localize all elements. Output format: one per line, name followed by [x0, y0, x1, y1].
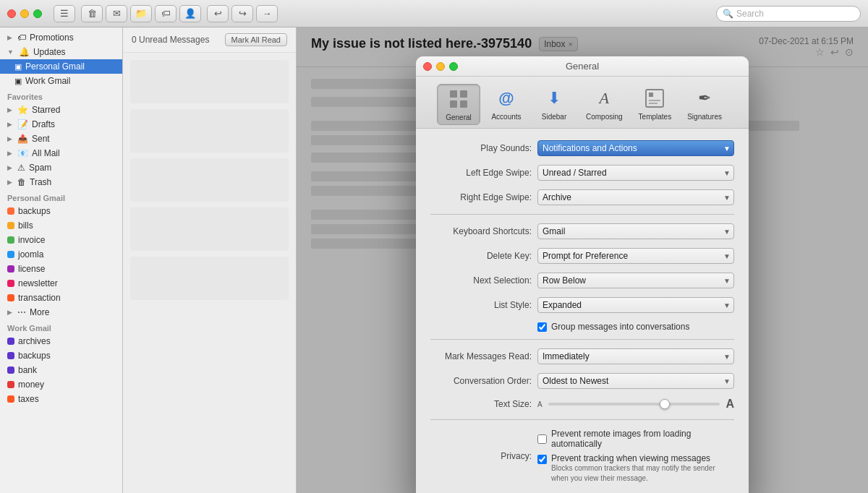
tab-templates[interactable]: Templates [633, 84, 678, 125]
keyboard-select-wrapper: Gmail Default Custom ▼ [537, 223, 734, 239]
svg-rect-3 [460, 100, 467, 108]
next-selection-row: Next Selection: Row Below Row Above None… [430, 273, 734, 288]
sidebar-item-newsletter[interactable]: newsletter [0, 276, 122, 291]
list-style-select[interactable]: Expanded Compact [537, 297, 734, 313]
grid-icon-work: ▣ [14, 77, 22, 86]
tab-templates-label: Templates [639, 113, 672, 121]
sidebar-icon: ⬇ [542, 87, 566, 110]
keyboard-row: Keyboard Shortcuts: Gmail Default Custom… [430, 223, 734, 239]
privacy-row: Privacy: Prevent remote images from load… [430, 429, 734, 484]
unread-count: 0 Unread Messages [132, 35, 209, 45]
sidebar-item-updates[interactable]: ▼ 🔔 Updates [0, 45, 122, 59]
sidebar-item-money[interactable]: money [0, 377, 122, 392]
svg-rect-4 [646, 90, 663, 107]
list-style-select-wrapper: Expanded Compact ▼ [537, 297, 734, 313]
sidebar-item-spam[interactable]: ▶ ⚠ Spam [0, 160, 122, 175]
person-button[interactable]: 👤 [179, 5, 201, 22]
forward-button[interactable]: → [256, 5, 278, 22]
sidebar-item-work-gmail[interactable]: ▣ Work Gmail [0, 74, 122, 88]
tab-accounts[interactable]: @ Accounts [485, 84, 528, 125]
prevent-remote-checkbox[interactable] [537, 434, 547, 444]
sidebar-item-taxes[interactable]: taxes [0, 392, 122, 406]
sidebar-item-bank[interactable]: bank [0, 363, 122, 377]
more-icon: ⋯ [17, 307, 26, 317]
sidebar-item-trash[interactable]: ▶ 🗑 Trash [0, 175, 122, 189]
modal-maximize-button[interactable] [449, 62, 458, 71]
sent-icon: 📤 [17, 134, 28, 144]
trash-button[interactable]: 🗑 [81, 5, 103, 22]
search-bar[interactable]: 🔍 Search [716, 6, 861, 22]
sidebar-item-promotions[interactable]: ▶ 🏷 Promotions [0, 30, 122, 45]
accounts-icon: @ [495, 87, 518, 110]
tab-accounts-label: Accounts [491, 113, 521, 121]
sidebar-item-transaction[interactable]: transaction [0, 291, 122, 305]
redo-button[interactable]: ↪ [231, 5, 253, 22]
maximize-button[interactable] [33, 9, 42, 18]
text-size-row: Text Size: A A [430, 398, 734, 411]
group-messages-checkbox[interactable] [537, 322, 547, 332]
updates-icon: 🔔 [19, 47, 30, 57]
prevent-tracking-checkbox[interactable] [537, 455, 547, 464]
delete-key-select[interactable]: Prompt for Preference Delete Archive [537, 248, 734, 264]
svg-rect-5 [649, 93, 653, 97]
prevent-tracking-label: Prevent tracking when viewing messages [551, 453, 734, 463]
tab-general[interactable]: General [437, 84, 480, 125]
left-edge-select[interactable]: Unread / Starred Archive Delete None [537, 165, 734, 181]
keyboard-select[interactable]: Gmail Default Custom [537, 223, 734, 239]
templates-icon [643, 87, 666, 110]
conversation-select[interactable]: Oldest to Newest Newest to Oldest [537, 373, 734, 389]
list-style-label: List Style: [430, 300, 532, 310]
svg-rect-2 [450, 100, 457, 108]
next-selection-select[interactable]: Row Below Row Above None [537, 273, 734, 288]
sidebar-item-license[interactable]: license [0, 262, 122, 276]
tag-button[interactable]: 🏷 [155, 5, 176, 22]
message-list: 0 Unread Messages Mark All Read [123, 27, 297, 493]
minimize-button[interactable] [20, 9, 29, 18]
sidebar-item-sent[interactable]: ▶ 📤 Sent [0, 132, 122, 146]
modal-minimize-button[interactable] [436, 62, 445, 71]
sidebar-item-more[interactable]: ▶ ⋯ More [0, 305, 122, 320]
mark-all-read-button[interactable]: Mark All Read [225, 33, 287, 46]
right-edge-select[interactable]: Archive Delete None [537, 189, 734, 205]
sidebar-item-bills[interactable]: bills [0, 218, 122, 233]
reply-button[interactable]: ✉ [106, 5, 127, 22]
sidebar-item-backups-work[interactable]: backups [0, 348, 122, 363]
text-size-label: Text Size: [430, 399, 532, 409]
tab-sidebar[interactable]: ⬇ Sidebar [532, 84, 576, 125]
divider-2 [430, 339, 734, 340]
main-layout: ▶ 🏷 Promotions ▼ 🔔 Updates ▣ Personal Gm… [0, 27, 868, 493]
sidebar-item-starred[interactable]: ▶ ⭐ Starred [0, 103, 122, 117]
mark-read-select[interactable]: Immediately After 1 Second After 5 Secon… [537, 348, 734, 364]
play-sounds-select[interactable]: Notifications and Actions All Sounds Non… [537, 140, 734, 156]
tracking-note: Blocks common trackers that may notify t… [551, 463, 734, 484]
sidebar-item-all-mail[interactable]: ▶ 📧 All Mail [0, 146, 122, 160]
undo-button[interactable]: ↩ [207, 5, 229, 22]
sidebar-toggle-button[interactable]: ☰ [54, 5, 75, 22]
message-list-content [123, 53, 296, 493]
close-button[interactable] [7, 9, 16, 18]
search-icon: 🔍 [723, 9, 733, 19]
sidebar-item-invoice[interactable]: invoice [0, 233, 122, 247]
tab-sidebar-label: Sidebar [542, 113, 566, 121]
modal-close-button[interactable] [423, 62, 432, 71]
spam-icon: ⚠ [17, 163, 25, 173]
divider-3 [430, 419, 734, 420]
left-edge-select-wrapper: Unread / Starred Archive Delete None ▼ [537, 165, 734, 181]
mark-read-row: Mark Messages Read: Immediately After 1 … [430, 348, 734, 364]
keyboard-label: Keyboard Shortcuts: [430, 226, 532, 236]
sidebar-item-archives[interactable]: archives [0, 334, 122, 348]
delete-key-row: Delete Key: Prompt for Preference Delete… [430, 248, 734, 264]
svg-rect-0 [450, 90, 457, 98]
modal-overlay: General General [297, 27, 868, 493]
tab-signatures[interactable]: ✒ Signatures [681, 84, 728, 125]
sidebar-item-backups-personal[interactable]: backups [0, 204, 122, 218]
sidebar-item-personal-gmail[interactable]: ▣ Personal Gmail [0, 59, 122, 74]
svg-rect-6 [649, 100, 660, 101]
tab-composing[interactable]: A Composing [580, 84, 629, 125]
folder-button[interactable]: 📁 [130, 5, 152, 22]
left-edge-label: Left Edge Swipe: [430, 168, 532, 178]
right-edge-row: Right Edge Swipe: Archive Delete None ▼ [430, 189, 734, 205]
sidebar-item-drafts[interactable]: ▶ 📝 Drafts [0, 117, 122, 132]
sidebar-item-joomla[interactable]: joomla [0, 247, 122, 262]
list-style-row: List Style: Expanded Compact ▼ [430, 297, 734, 313]
